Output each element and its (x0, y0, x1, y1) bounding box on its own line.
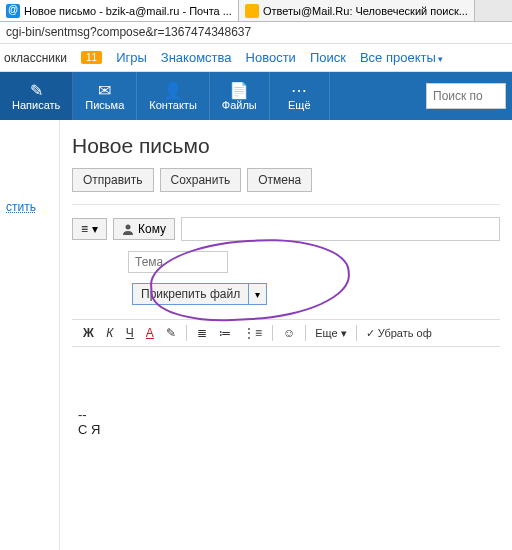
dots-icon: ⋯ (291, 81, 307, 99)
emoji-button[interactable]: ☺ (278, 324, 300, 342)
chevron-down-icon: ▾ (92, 222, 98, 236)
toolbar-more-button[interactable]: Еще ▾ (311, 325, 350, 342)
priority-icon: ≡ (81, 222, 88, 236)
attach-dropdown[interactable]: ▾ (249, 283, 267, 305)
hand-drawn-circle (148, 235, 352, 325)
person-icon: 👤 (163, 81, 183, 99)
browser-tabs: Новое письмо - bzik-a@mail.ru - Почта ..… (0, 0, 512, 22)
url-text: cgi-bin/sentmsg?compose&r=1367474348637 (6, 25, 251, 39)
sidebar-clear-link[interactable]: стить (6, 200, 36, 214)
contacts-button[interactable]: 👤 Контакты (137, 72, 210, 120)
nav-search[interactable]: Поиск (310, 50, 346, 65)
separator (305, 325, 306, 341)
action-row: Отправить Сохранить Отмена (72, 168, 500, 205)
chevron-down-icon: ▾ (438, 54, 443, 64)
to-button[interactable]: Кому (113, 218, 175, 240)
list-unordered-button[interactable]: ⋮≡ (238, 324, 267, 342)
cancel-button[interactable]: Отмена (247, 168, 312, 192)
bold-button[interactable]: Ж (78, 324, 99, 342)
person-icon (122, 223, 134, 235)
document-icon: 📄 (229, 81, 249, 99)
tab-title: Новое письмо - bzik-a@mail.ru - Почта ..… (24, 5, 232, 17)
inbox-button[interactable]: ✉ Письма (73, 72, 137, 120)
mail-toolbar: ✎ Написать ✉ Письма 👤 Контакты 📄 Файлы ⋯… (0, 72, 512, 120)
browser-tab-2[interactable]: Ответы@Mail.Ru: Человеческий поиск... (239, 0, 475, 21)
content-area: стить Новое письмо Отправить Сохранить О… (0, 120, 512, 550)
compose-label: Написать (12, 99, 60, 111)
more-label: Ещё (288, 99, 311, 111)
nav-dating[interactable]: Знакомства (161, 50, 232, 65)
text-color-button[interactable]: А (141, 324, 159, 342)
page-title: Новое письмо (72, 134, 500, 158)
search-container (420, 72, 512, 120)
url-bar[interactable]: cgi-bin/sentmsg?compose&r=1367474348637 (0, 22, 512, 44)
remove-formatting-button[interactable]: ✓ Убрать оф (362, 325, 436, 342)
underline-button[interactable]: Ч (121, 324, 139, 342)
signature-dashes: -- (78, 407, 494, 422)
nav-projects[interactable]: Все проекты▾ (360, 50, 443, 65)
compose-button[interactable]: ✎ Написать (0, 72, 73, 120)
nav-badge[interactable]: 11 (81, 51, 102, 64)
save-button[interactable]: Сохранить (160, 168, 242, 192)
highlight-button[interactable]: ✎ (161, 324, 181, 342)
send-button[interactable]: Отправить (72, 168, 154, 192)
to-label: Кому (138, 222, 166, 236)
files-button[interactable]: 📄 Файлы (210, 72, 270, 120)
tab-title: Ответы@Mail.Ru: Человеческий поиск... (263, 5, 468, 17)
separator (186, 325, 187, 341)
to-row: ≡ ▾ Кому (72, 217, 500, 241)
attach-row: Прикрепить файл ▾ (132, 283, 500, 305)
left-sidebar: стить (0, 120, 60, 550)
subject-row (128, 251, 500, 273)
contacts-label: Контакты (149, 99, 197, 111)
list-ordered-button[interactable]: ≔ (214, 324, 236, 342)
signature-name: С Я (78, 422, 494, 437)
envelope-icon: ✉ (98, 81, 111, 99)
to-input[interactable] (181, 217, 500, 241)
inbox-label: Письма (85, 99, 124, 111)
separator (272, 325, 273, 341)
nav-news[interactable]: Новости (246, 50, 296, 65)
search-input[interactable] (426, 83, 506, 109)
browser-tab-1[interactable]: Новое письмо - bzik-a@mail.ru - Почта ..… (0, 0, 239, 21)
nav-games[interactable]: Игры (116, 50, 147, 65)
more-button[interactable]: ⋯ Ещё (270, 72, 330, 120)
attach-button[interactable]: Прикрепить файл (132, 283, 249, 305)
subject-input[interactable] (128, 251, 228, 273)
svg-point-0 (126, 225, 131, 230)
files-label: Файлы (222, 99, 257, 111)
priority-button[interactable]: ≡ ▾ (72, 218, 107, 240)
message-body[interactable]: -- С Я (72, 357, 500, 517)
italic-button[interactable]: К (101, 324, 119, 342)
answers-favicon-icon (245, 4, 259, 18)
nav-ok[interactable]: оклассники (4, 51, 67, 65)
align-button[interactable]: ≣ (192, 324, 212, 342)
mail-favicon-icon (6, 4, 20, 18)
pencil-icon: ✎ (30, 81, 43, 99)
compose-pane: Новое письмо Отправить Сохранить Отмена … (60, 120, 512, 550)
separator (356, 325, 357, 341)
editor-toolbar: Ж К Ч А ✎ ≣ ≔ ⋮≡ ☺ Еще ▾ ✓ Убрать оф (72, 319, 500, 347)
portal-nav: оклассники 11 Игры Знакомства Новости По… (0, 44, 512, 72)
